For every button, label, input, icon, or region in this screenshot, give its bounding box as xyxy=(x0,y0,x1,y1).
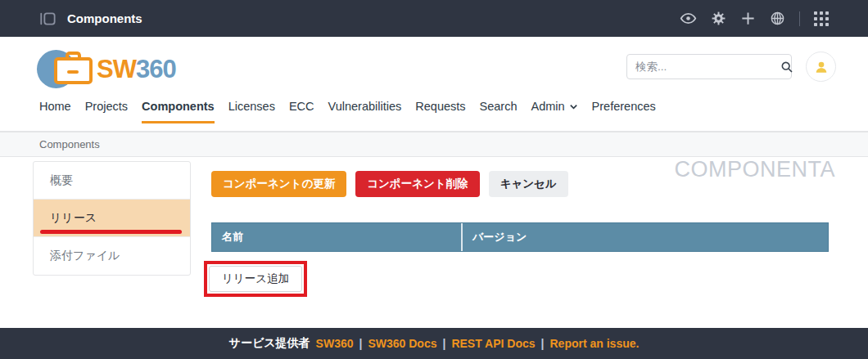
sidebar-item-label: 概要 xyxy=(50,173,73,188)
add-release-button[interactable]: リリース追加 xyxy=(209,266,302,292)
search-icon[interactable] xyxy=(780,61,793,74)
footer-separator: | xyxy=(359,337,363,350)
action-buttons: コンポーネントの更新 コンポーネント削除 キャンセル xyxy=(211,171,568,197)
gear-icon[interactable] xyxy=(711,11,726,26)
header: SW360 Home Projects Components Licenses … xyxy=(0,37,868,132)
apps-grid-icon[interactable] xyxy=(814,11,829,26)
eye-icon[interactable] xyxy=(680,10,697,27)
logo-text: SW360 xyxy=(97,55,176,84)
nav-item-admin[interactable]: Admin xyxy=(531,100,578,123)
nav-item-vulnerabilities[interactable]: Vulnerabilities xyxy=(328,100,402,123)
main-nav: Home Projects Components Licenses ECC Vu… xyxy=(39,100,656,123)
logo-text-360: 360 xyxy=(136,55,176,83)
logo-text-sw: SW xyxy=(97,55,136,83)
cancel-button[interactable]: キャンセル xyxy=(489,171,568,197)
nav-item-admin-label: Admin xyxy=(531,100,565,113)
topbar-title: Components xyxy=(67,11,142,25)
footer-link-sw360[interactable]: SW360 xyxy=(316,337,354,350)
logo-briefcase-handle xyxy=(66,52,81,61)
breadcrumb-bar: Components xyxy=(0,132,868,157)
globe-icon[interactable] xyxy=(770,11,785,26)
sidebar-item-label: 添付ファイル xyxy=(50,249,120,263)
sidebar-toggle-icon[interactable] xyxy=(39,11,56,27)
nav-item-home[interactable]: Home xyxy=(39,100,71,123)
search-input[interactable] xyxy=(635,61,780,73)
footer-link-rest-api-docs[interactable]: REST API Docs xyxy=(451,337,535,350)
logo-briefcase-dash xyxy=(67,70,79,74)
annotation-underline xyxy=(40,230,182,234)
footer: サービス提供者 SW360 | SW360 Docs | REST API Do… xyxy=(0,328,868,359)
nav-item-preferences[interactable]: Preferences xyxy=(592,100,656,123)
nav-item-components[interactable]: Components xyxy=(142,100,215,123)
releases-table-header: 名前 バージョン xyxy=(211,222,829,252)
delete-component-button[interactable]: コンポーネント削除 xyxy=(355,171,479,197)
update-component-button[interactable]: コンポーネントの更新 xyxy=(211,171,346,197)
nav-item-search[interactable]: Search xyxy=(480,100,518,123)
annotation-box: リリース追加 xyxy=(204,261,307,297)
breadcrumb[interactable]: Components xyxy=(39,138,100,150)
sidebar-item-attachments[interactable]: 添付ファイル xyxy=(34,237,190,275)
sidebar-item-summary[interactable]: 概要 xyxy=(34,162,190,200)
component-name-watermark: COMPONENTA xyxy=(674,157,835,182)
nav-item-ecc[interactable]: ECC xyxy=(289,100,314,123)
footer-link-sw360-docs[interactable]: SW360 Docs xyxy=(368,337,436,350)
footer-provider-label: サービス提供者 xyxy=(229,336,310,351)
topbar-divider xyxy=(799,11,800,26)
sidebar: 概要 リリース 添付ファイル xyxy=(33,161,191,276)
topbar: Components xyxy=(0,0,868,37)
column-header-name[interactable]: 名前 xyxy=(212,223,463,251)
nav-item-projects[interactable]: Projects xyxy=(85,100,128,123)
footer-separator: | xyxy=(541,337,545,350)
plus-icon[interactable] xyxy=(740,11,756,26)
avatar[interactable] xyxy=(806,52,836,82)
chevron-down-icon xyxy=(569,102,578,111)
sidebar-item-label: リリース xyxy=(50,211,97,226)
sidebar-item-releases[interactable]: リリース xyxy=(34,200,190,237)
column-header-version[interactable]: バージョン xyxy=(463,223,828,251)
topbar-actions xyxy=(680,10,829,27)
nav-item-requests[interactable]: Requests xyxy=(415,100,465,123)
nav-item-licenses[interactable]: Licenses xyxy=(228,100,275,123)
footer-link-report-issue[interactable]: Report an issue. xyxy=(549,337,639,350)
footer-separator: | xyxy=(442,337,445,350)
search-box xyxy=(626,54,792,79)
